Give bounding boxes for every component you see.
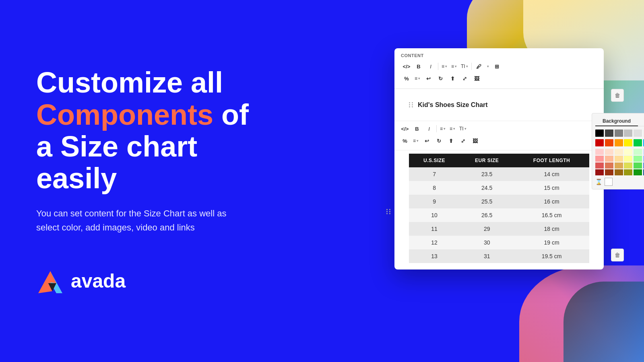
toolbar-italic-btn[interactable]: I (425, 61, 436, 72)
palette-20[interactable] (605, 162, 613, 169)
pastel-palette (595, 149, 644, 175)
table-cell-3-1: 26.5 (460, 208, 514, 222)
table-cell-4-1: 29 (460, 222, 514, 236)
palette-1[interactable] (595, 149, 604, 155)
palette-13[interactable] (624, 156, 632, 162)
toolbar-expand-btn[interactable]: ⤢ (459, 73, 470, 84)
table-cell-6-1: 31 (460, 249, 514, 263)
col-eur-size: EUR SIZE (460, 154, 514, 167)
toolbar2-code-btn[interactable]: </> (399, 123, 411, 134)
color-tab-background[interactable]: Background (595, 117, 638, 126)
swatch-orange-red[interactable] (605, 139, 613, 146)
panel-content: Kid's Shoes Size Chart ↘ Background Text (394, 89, 604, 269)
table-row: 123019 cm (409, 236, 589, 249)
palette-30[interactable] (615, 169, 623, 175)
toolbar2-percent-btn[interactable]: % (399, 136, 411, 146)
hero-highlight: Components (36, 99, 213, 131)
toolbar-redo-btn[interactable]: ↻ (435, 73, 446, 84)
toolbar2-upload-btn[interactable]: ⬆ (445, 136, 456, 146)
color-hex-preview[interactable] (605, 178, 613, 186)
toolbar-align-dropdown[interactable]: ≡ ▾ (413, 75, 422, 82)
toolbar-color-btn[interactable]: 🖊 (473, 61, 485, 72)
table-trash-button[interactable]: 🗑 (611, 249, 624, 261)
toolbar2-align-dropdown[interactable]: ≡ ▾ (411, 137, 420, 144)
toolbar-upload-btn[interactable]: ⬆ (447, 73, 458, 84)
table-cell-4-0: 11 (409, 222, 460, 236)
toolbar-bold-btn[interactable]: B (413, 61, 424, 72)
toolbar-indent-dropdown[interactable]: ≡ ▾ (450, 63, 458, 70)
toolbar2-image-btn[interactable]: 🖼 (469, 136, 481, 146)
hero-line3: a Size chart easily (36, 130, 197, 194)
palette-21[interactable] (615, 162, 623, 169)
swatch-light-gray[interactable] (624, 130, 632, 137)
swatch-green[interactable] (634, 139, 642, 146)
palette-14[interactable] (634, 156, 642, 162)
title-trash-button[interactable]: 🗑 (611, 89, 624, 102)
table-cell-5-2: 19 cm (514, 236, 589, 249)
hero-line1: Customize all (36, 66, 223, 99)
swatch-red[interactable] (595, 139, 604, 146)
palette-28[interactable] (595, 169, 604, 175)
table-cell-6-0: 13 (409, 249, 460, 263)
toolbar-row-3: </> B I ≡ ▾ ≡ ▾ TI ▾ (399, 123, 599, 134)
toolbar-table-btn[interactable]: ⊞ (491, 61, 503, 72)
table-row: 133119.5 cm (409, 249, 589, 263)
table-row: 112918 cm (409, 222, 589, 236)
toolbar2-ti-dropdown[interactable]: TI ▾ (458, 125, 468, 132)
toolbar2-list-dropdown[interactable]: ≡ ▾ (438, 125, 447, 132)
table-cell-2-1: 25.5 (460, 195, 514, 208)
color-dropper-icon[interactable]: ⌛ (595, 179, 602, 185)
table-row: 824.515 cm (409, 181, 589, 195)
col-foot-length: FOOT LENGTH (514, 154, 589, 167)
toolbar-code-btn[interactable]: </> (401, 61, 412, 72)
swatch-black[interactable] (595, 130, 604, 137)
table-row: 723.514 cm (409, 167, 589, 181)
svg-marker-0 (38, 271, 56, 293)
palette-19[interactable] (595, 162, 604, 169)
palette-11[interactable] (605, 156, 613, 162)
separator-3 (436, 125, 437, 132)
toolbar-image-btn[interactable]: 🖼 (471, 73, 482, 84)
palette-29[interactable] (605, 169, 613, 175)
toolbar-undo-btn[interactable]: ↩ (423, 73, 434, 84)
swatch-gray[interactable] (615, 130, 623, 137)
palette-32[interactable] (634, 169, 642, 175)
table-cell-0-0: 7 (409, 167, 460, 181)
palette-22[interactable] (624, 162, 632, 169)
swatch-dark-gray[interactable] (605, 130, 613, 137)
panel-label: CONTENT (401, 53, 597, 58)
palette-10[interactable] (595, 156, 604, 162)
toolbar2-undo-btn[interactable]: ↩ (421, 136, 432, 146)
swatch-orange[interactable] (615, 139, 623, 146)
toolbar2-italic-btn[interactable]: I (423, 123, 435, 134)
toolbar2-expand-btn[interactable]: ⤢ (457, 136, 469, 146)
toolbar2-bold-btn[interactable]: B (411, 123, 423, 134)
title-drag-handle[interactable] (409, 102, 414, 107)
palette-5[interactable] (634, 149, 642, 155)
toolbar-row-2: % ≡ ▾ ↩ ↻ ⬆ ⤢ 🖼 (401, 73, 597, 84)
table-row: 925.516 cm (409, 195, 589, 208)
toolbar-ti-dropdown[interactable]: TI ▾ (459, 63, 470, 70)
toolbar-list-dropdown[interactable]: ≡ ▾ (440, 63, 449, 70)
toolbar2-indent-dropdown[interactable]: ≡ ▾ (448, 125, 457, 132)
palette-23[interactable] (634, 162, 642, 169)
separator-1 (438, 63, 438, 70)
palette-31[interactable] (624, 169, 632, 175)
swatch-yellow[interactable] (624, 139, 632, 146)
table-header-row: U.S.SIZE EUR SIZE FOOT LENGTH (409, 154, 589, 167)
table-cell-5-0: 12 (409, 236, 460, 249)
panel-header: CONTENT </> B I ≡ ▾ ≡ ▾ TI ▾ 🖊 ▾ ⊞ % ≡ ▾… (394, 48, 604, 89)
toolbar2-redo-btn[interactable]: ↻ (433, 136, 444, 146)
toolbar-percent-btn[interactable]: % (401, 73, 412, 84)
palette-2[interactable] (605, 149, 613, 155)
color-tab-text[interactable]: Text (638, 117, 644, 126)
separator-2 (471, 63, 472, 70)
palette-12[interactable] (615, 156, 623, 162)
palette-3[interactable] (615, 149, 623, 155)
palette-4[interactable] (624, 149, 632, 155)
table-drag-handle[interactable] (386, 209, 391, 214)
size-chart-table: U.S.SIZE EUR SIZE FOOT LENGTH 723.514 cm… (409, 154, 589, 263)
col-us-size: U.S.SIZE (409, 154, 460, 167)
swatch-lighter-gray[interactable] (634, 130, 642, 137)
toolbar-color-dropdown[interactable]: ▾ (485, 64, 491, 69)
